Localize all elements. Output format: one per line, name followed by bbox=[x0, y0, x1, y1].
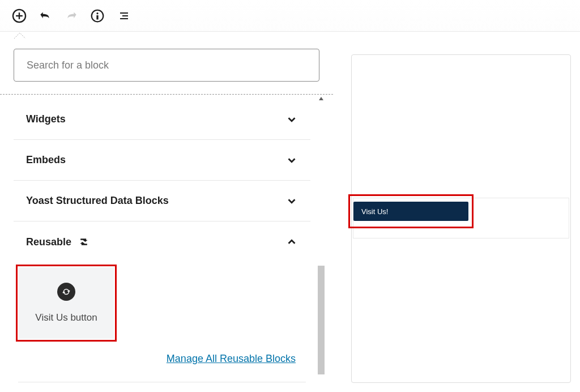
editor-canvas: Visit Us! bbox=[333, 32, 580, 392]
category-embeds[interactable]: Embeds bbox=[14, 140, 310, 181]
category-widgets[interactable]: Widgets bbox=[14, 99, 310, 140]
button-label: Visit Us! bbox=[361, 207, 388, 216]
chevron-up-icon bbox=[285, 236, 298, 248]
preview-card: Visit Us! bbox=[351, 54, 571, 383]
reusable-block-icon bbox=[57, 283, 75, 301]
undo-button[interactable] bbox=[34, 5, 57, 27]
category-yoast[interactable]: Yoast Structured Data Blocks bbox=[14, 181, 310, 221]
chevron-down-icon bbox=[285, 113, 298, 126]
category-label: Reusable bbox=[26, 236, 71, 248]
add-block-button[interactable] bbox=[8, 5, 31, 27]
category-label: Yoast Structured Data Blocks bbox=[26, 195, 169, 207]
reusable-block-label: Visit Us button bbox=[35, 312, 97, 323]
popover-arrow bbox=[13, 32, 27, 39]
category-reusable[interactable]: Reusable bbox=[14, 221, 310, 262]
svg-marker-9 bbox=[319, 97, 323, 100]
scroll-thumb[interactable] bbox=[318, 266, 325, 374]
category-label: Widgets bbox=[26, 113, 66, 125]
visit-us-button[interactable]: Visit Us! bbox=[353, 202, 468, 221]
search-input[interactable] bbox=[14, 49, 319, 82]
chevron-down-icon bbox=[285, 195, 298, 207]
chevron-down-icon bbox=[285, 154, 298, 167]
scroll-up-arrow[interactable] bbox=[317, 95, 325, 103]
reusable-icon bbox=[78, 236, 89, 248]
category-label: Embeds bbox=[26, 154, 66, 166]
undo-icon bbox=[38, 8, 53, 23]
redo-icon bbox=[64, 8, 79, 23]
svg-point-4 bbox=[96, 12, 98, 14]
manage-reusable-link[interactable]: Manage All Reusable Blocks bbox=[167, 353, 296, 364]
reusable-block-tile[interactable]: Visit Us button bbox=[19, 267, 114, 339]
plus-circle-icon bbox=[11, 8, 27, 24]
info-button[interactable] bbox=[86, 5, 109, 27]
info-circle-icon bbox=[90, 8, 105, 23]
list-outline-icon bbox=[117, 9, 130, 23]
outline-button[interactable] bbox=[112, 5, 135, 27]
editor-toolbar bbox=[0, 0, 580, 32]
block-inserter-panel: Widgets Embeds Yoast Structured Data Blo… bbox=[0, 32, 333, 392]
reusable-block-highlight: Visit Us button bbox=[16, 265, 117, 342]
preview-highlight: Visit Us! bbox=[348, 194, 474, 228]
redo-button[interactable] bbox=[60, 5, 83, 27]
scrollbar[interactable] bbox=[317, 95, 325, 392]
svg-rect-5 bbox=[96, 15, 98, 19]
